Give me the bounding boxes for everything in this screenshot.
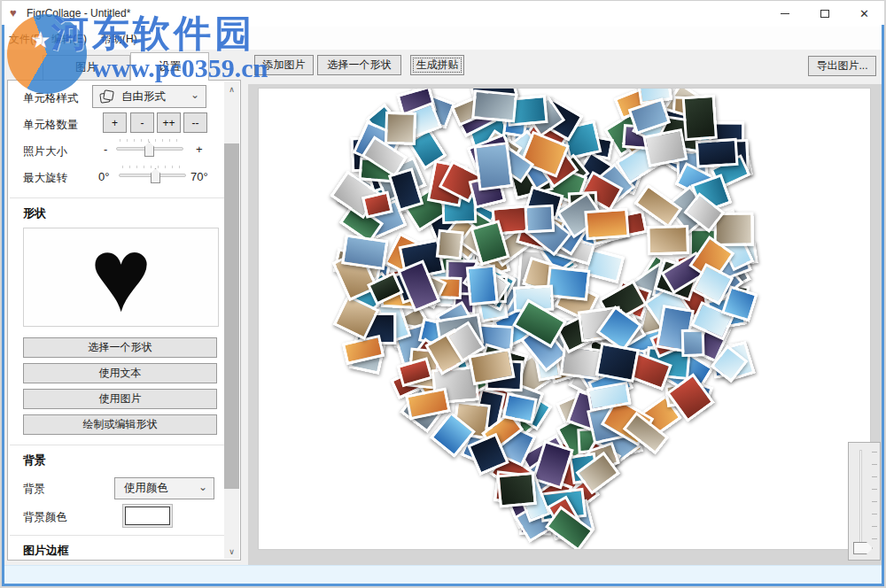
menu-file[interactable]: 文件(F) (4, 30, 49, 46)
photo-size-ticks (120, 139, 180, 142)
divider (10, 197, 233, 198)
export-image-button[interactable]: 导出图片... (808, 56, 876, 76)
scroll-down-icon[interactable]: ∨ (224, 544, 239, 559)
create-collage-button[interactable]: 生成拼贴 (410, 55, 464, 75)
free-form-icon (100, 90, 113, 104)
use-text-button[interactable]: 使用文本 (23, 363, 217, 383)
use-image-button[interactable]: 使用图片 (23, 389, 217, 409)
collage-photo-tile (341, 234, 389, 270)
menu-help[interactable]: 帮助(H) (96, 30, 143, 46)
maximize-button[interactable] (804, 0, 844, 27)
zoom-slider-thumb[interactable] (853, 542, 873, 554)
minimize-icon (781, 13, 789, 14)
max-rotation-max-label: 70° (190, 170, 208, 183)
collage-photo-tile (647, 225, 689, 255)
cell-style-label: 单元格样式 (23, 91, 79, 106)
shape-preview: ♥ (23, 228, 219, 327)
photo-size-thumb[interactable] (144, 142, 154, 157)
canvas-zoom-slider[interactable] (848, 442, 881, 561)
app-window: ♥ FigrCollage - Untitled* ✕ 文件(F) 编辑(E) … (0, 0, 886, 588)
menu-bar: 文件(F) 编辑(E) 帮助(H) (0, 27, 886, 50)
background-section-header: 背景 (23, 453, 46, 468)
draw-edit-shape-button[interactable]: 绘制或编辑形状 (23, 414, 217, 435)
collage-photo-tile (682, 94, 719, 141)
tab-settings-label: 设置 (159, 59, 181, 74)
max-rotation-thumb[interactable] (151, 168, 160, 183)
cell-count-minusminus-button[interactable]: -- (183, 112, 207, 133)
collage-photo-tile (474, 142, 514, 191)
app-icon: ♥ (10, 7, 17, 19)
background-color-picker[interactable] (122, 504, 173, 528)
background-label: 背景 (23, 482, 45, 497)
collage-photo-tile (465, 264, 498, 306)
photo-size-slider[interactable] (116, 139, 183, 157)
panel-scrollbar-thumb[interactable] (224, 143, 239, 489)
tab-settings[interactable]: 设置 (130, 52, 209, 81)
max-rotation-min-label: 0° (98, 170, 109, 183)
settings-panel: 单元格样式 自由形式 ⌄ 单元格数量 + - ++ -- 照片大小 - + 最大… (7, 80, 241, 561)
scroll-up-icon[interactable]: ∧ (224, 81, 239, 97)
select-shape-button[interactable]: 选择一个形状 (23, 337, 217, 358)
choose-shape-button[interactable]: 选择一个形状 (317, 55, 401, 75)
photo-size-label: 照片大小 (23, 144, 67, 159)
cell-style-value: 自由形式 (121, 89, 166, 104)
window-title: FigrCollage - Untitled* (27, 7, 130, 19)
window-border (2, 25, 4, 588)
chevron-down-icon: ⌄ (190, 89, 199, 101)
close-button[interactable]: ✕ (844, 0, 884, 27)
heart-shape-icon: ♥ (89, 230, 152, 319)
collage-photo-tile (497, 472, 537, 507)
background-color-swatch (125, 507, 170, 525)
background-mode-dropdown[interactable]: 使用颜色 ⌄ (114, 477, 214, 499)
panel-scrollbar[interactable]: ∧ ∨ (224, 81, 239, 559)
max-rotation-ticks (122, 166, 183, 168)
minimize-button[interactable] (765, 0, 804, 27)
collage-canvas (259, 89, 870, 549)
collage-photo-tile (385, 112, 416, 145)
shape-section-header: 形状 (23, 205, 46, 221)
divider (10, 535, 233, 536)
close-icon: ✕ (859, 8, 869, 19)
max-rotation-slider[interactable] (119, 166, 186, 183)
add-images-button[interactable]: 添加图片 (254, 55, 314, 75)
background-mode-value: 使用颜色 (124, 481, 168, 496)
cell-count-label: 单元格数量 (23, 118, 79, 133)
collage-photo-tile (695, 138, 738, 168)
maximize-icon (820, 10, 829, 18)
divider (10, 445, 233, 445)
cell-style-dropdown[interactable]: 自由形式 ⌄ (92, 85, 206, 108)
chevron-down-icon: ⌄ (198, 481, 207, 493)
menu-edit[interactable]: 编辑(E) (46, 30, 92, 46)
cell-count-plus-button[interactable]: + (103, 112, 127, 133)
window-border (0, 0, 886, 1)
cell-count-minus-button[interactable]: - (130, 112, 154, 133)
collage-photo-tile (681, 329, 705, 356)
photo-border-section-header: 图片边框 (23, 543, 69, 559)
collage-photo-tile (584, 208, 629, 241)
tab-pictures[interactable]: 图片 (43, 55, 130, 80)
cell-count-plusplus-button[interactable]: ++ (157, 112, 181, 133)
background-color-label: 背景颜色 (23, 510, 67, 525)
collage-photo-tile (471, 89, 517, 123)
tab-pictures-label: 图片 (75, 60, 97, 75)
collage-photo-tile (502, 392, 538, 423)
zoom-slider-track (859, 450, 862, 549)
photo-size-min-label: - (104, 143, 107, 156)
zoom-slider-ticks (872, 452, 877, 551)
collage-photo-tile (436, 229, 465, 260)
title-bar: ♥ FigrCollage - Untitled* ✕ (0, 0, 886, 27)
collage-photo-tile (525, 205, 556, 234)
photo-size-max-label: + (196, 143, 203, 156)
max-rotation-label: 最大旋转 (23, 171, 67, 186)
